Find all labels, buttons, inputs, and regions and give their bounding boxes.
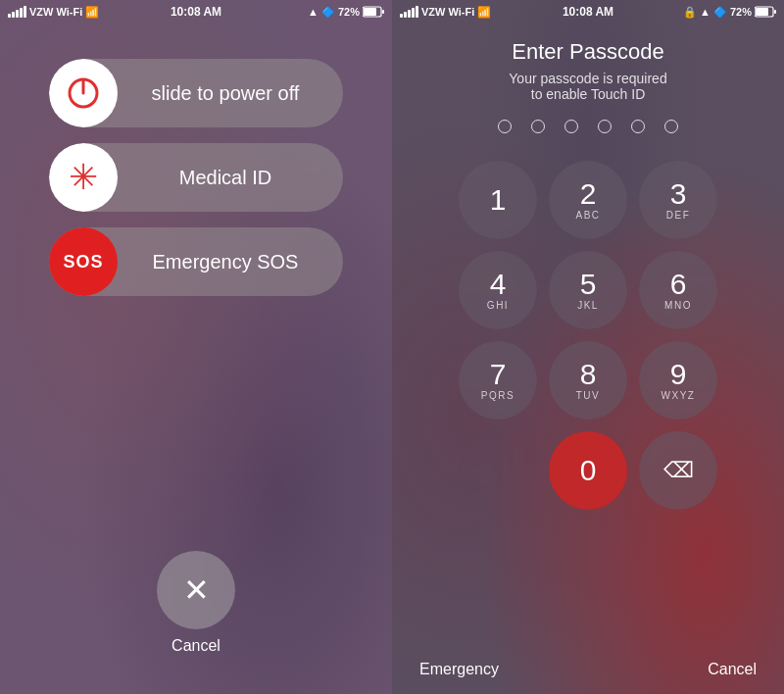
svg-rect-6 xyxy=(774,10,776,14)
numpad-6-sub: MNO xyxy=(664,300,692,311)
left-time: 10:08 AM xyxy=(171,5,221,19)
passcode-subtitle: Your passcode is required to enable Touc… xyxy=(509,71,666,102)
right-bottom-bar: Emergency Cancel xyxy=(392,645,784,694)
left-location-icon: ▲ xyxy=(308,6,318,18)
numpad-8-sub: TUV xyxy=(576,390,601,401)
right-battery-text: 72% xyxy=(730,6,752,18)
numpad-3-sub: DEF xyxy=(666,210,691,221)
cancel-x-icon: ✕ xyxy=(183,574,210,606)
right-location-icon: ▲ xyxy=(700,6,710,18)
numpad-2-sub: ABC xyxy=(575,210,600,221)
numpad-1[interactable]: 1 xyxy=(459,161,537,239)
r-signal-bar-2 xyxy=(404,12,407,18)
dot-1 xyxy=(498,120,512,133)
svg-rect-2 xyxy=(364,8,376,16)
numpad-0-main: 0 xyxy=(580,456,597,485)
medical-icon-wrap: ✳ xyxy=(49,143,118,212)
numpad-5-sub: JKL xyxy=(577,300,599,311)
left-status-right: ▲ 🔷 72% xyxy=(308,6,384,19)
numpad-7[interactable]: 7 PQRS xyxy=(459,341,537,420)
cancel-section: ✕ Cancel xyxy=(157,551,235,655)
numpad-3-main: 3 xyxy=(670,179,687,209)
svg-rect-7 xyxy=(756,8,768,16)
passcode-subtitle-line1: Your passcode is required xyxy=(509,71,666,86)
signal-bar-5 xyxy=(24,6,26,18)
dot-5 xyxy=(631,120,645,133)
medical-asterisk-icon: ✳ xyxy=(69,160,98,195)
numpad-1-main: 1 xyxy=(490,185,507,215)
power-icon-wrap xyxy=(49,59,118,127)
numpad-6-main: 6 xyxy=(670,270,687,299)
sos-icon-text: SOS xyxy=(63,252,103,273)
numpad-4[interactable]: 4 GHI xyxy=(459,251,537,329)
cancel-label: Cancel xyxy=(172,637,220,655)
numpad-8[interactable]: 8 TUV xyxy=(549,341,627,420)
dot-6 xyxy=(664,120,678,133)
right-wifi-icon: 📶 xyxy=(477,6,491,19)
numpad-7-main: 7 xyxy=(490,360,507,389)
right-signal-bars-icon xyxy=(400,6,418,18)
left-battery-text: 72% xyxy=(338,6,360,18)
slide-to-power-off-button[interactable]: slide to power off xyxy=(49,59,343,127)
numpad-9-sub: WXYZ xyxy=(662,390,696,401)
passcode-subtitle-line2: to enable Touch ID xyxy=(509,86,666,102)
numpad-5-main: 5 xyxy=(580,270,597,299)
medical-label: Medical ID xyxy=(118,167,343,189)
enter-passcode-title: Enter Passcode xyxy=(512,39,663,65)
dot-2 xyxy=(531,120,545,133)
r-signal-bar-3 xyxy=(408,10,411,18)
numpad-8-main: 8 xyxy=(580,360,597,389)
numpad-0[interactable]: 0 xyxy=(549,431,627,510)
right-lock-icon: 🔒 xyxy=(683,6,697,19)
numpad-delete-icon: ⌫ xyxy=(663,460,694,481)
cancel-button[interactable]: ✕ xyxy=(157,551,235,629)
medical-id-button[interactable]: ✳ Medical ID xyxy=(49,143,343,212)
right-bluetooth-icon: 🔷 xyxy=(713,6,727,19)
left-carrier: VZW Wi-Fi xyxy=(29,6,82,18)
left-status-bar: VZW Wi-Fi 📶 10:08 AM ▲ 🔷 72% xyxy=(0,0,392,24)
right-battery-icon xyxy=(755,6,776,18)
right-status-right: 🔒 ▲ 🔷 72% xyxy=(683,6,776,19)
right-panel: VZW Wi-Fi 📶 10:08 AM 🔒 ▲ 🔷 72% Enter Pas… xyxy=(392,0,784,694)
left-wifi-icon: 📶 xyxy=(85,6,99,19)
left-bluetooth-icon: 🔷 xyxy=(321,6,335,19)
numpad-6[interactable]: 6 MNO xyxy=(639,251,717,329)
numpad-4-main: 4 xyxy=(490,270,507,299)
left-panel: VZW Wi-Fi 📶 10:08 AM ▲ 🔷 72% slid xyxy=(0,0,392,694)
signal-bars-icon xyxy=(8,6,26,18)
numpad-4-sub: GHI xyxy=(487,300,509,311)
power-icon xyxy=(66,75,101,111)
numpad-2[interactable]: 2 ABC xyxy=(549,161,627,239)
signal-bar-3 xyxy=(16,10,19,18)
sos-icon-wrap: SOS xyxy=(49,227,118,296)
r-signal-bar-4 xyxy=(412,8,415,18)
r-signal-bar-1 xyxy=(400,14,403,18)
numpad-delete[interactable]: ⌫ xyxy=(639,431,717,510)
right-time: 10:08 AM xyxy=(563,5,613,19)
right-status-left: VZW Wi-Fi 📶 xyxy=(400,6,491,19)
dot-4 xyxy=(598,120,612,133)
passcode-content: Enter Passcode Your passcode is required… xyxy=(392,24,784,510)
passcode-dots xyxy=(498,120,678,133)
left-battery-icon xyxy=(363,6,384,18)
left-status-left: VZW Wi-Fi 📶 xyxy=(8,6,99,19)
right-status-bar: VZW Wi-Fi 📶 10:08 AM 🔒 ▲ 🔷 72% xyxy=(392,0,784,24)
numpad: 1 2 ABC 3 DEF 4 GHI 5 JKL 6 MNO xyxy=(459,161,717,510)
numpad-3[interactable]: 3 DEF xyxy=(639,161,717,239)
sos-label: Emergency SOS xyxy=(118,251,343,273)
dot-3 xyxy=(564,120,578,133)
emergency-button[interactable]: Emergency xyxy=(419,661,499,678)
right-carrier: VZW Wi-Fi xyxy=(421,6,474,18)
numpad-empty xyxy=(459,431,537,510)
svg-rect-1 xyxy=(382,10,384,14)
numpad-9[interactable]: 9 WXYZ xyxy=(639,341,717,420)
numpad-2-main: 2 xyxy=(580,179,597,209)
signal-bar-1 xyxy=(8,14,11,18)
right-cancel-button[interactable]: Cancel xyxy=(708,661,757,678)
r-signal-bar-5 xyxy=(416,6,418,18)
emergency-sos-button[interactable]: SOS Emergency SOS xyxy=(49,227,343,296)
slide-label: slide to power off xyxy=(118,82,343,105)
numpad-5[interactable]: 5 JKL xyxy=(549,251,627,329)
numpad-9-main: 9 xyxy=(670,360,687,389)
numpad-7-sub: PQRS xyxy=(481,390,514,401)
